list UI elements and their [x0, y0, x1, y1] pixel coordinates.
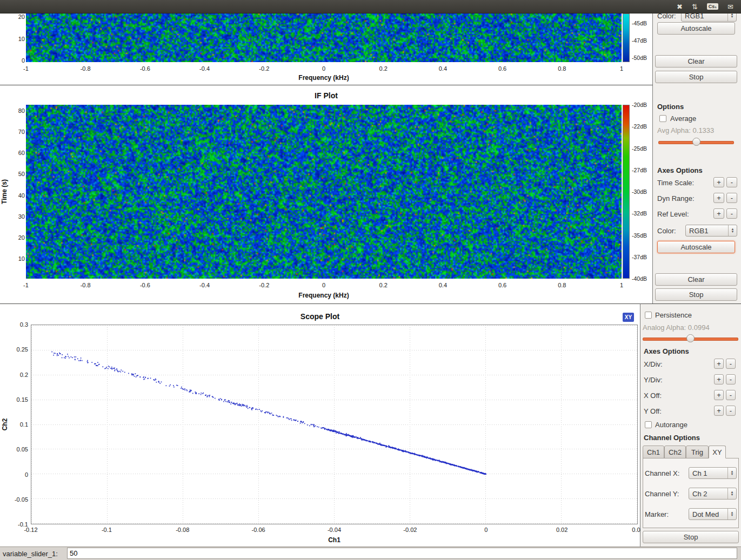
channel-tab-ch2[interactable]: Ch2 — [664, 446, 686, 458]
persistence-label: Persistence — [655, 311, 692, 319]
spectrum-axes-minus-button[interactable]: - — [726, 193, 737, 203]
average-checkbox[interactable] — [659, 115, 666, 122]
x-tick-label: 1 — [620, 65, 623, 72]
marker-value: Dot Med — [689, 510, 727, 518]
xy-mode-badge[interactable]: XY — [623, 313, 634, 322]
spin-down-icon[interactable]: ▼ — [731, 514, 734, 517]
scope-axes-plus-button[interactable]: + — [714, 406, 724, 416]
x-tick-label: -0.2 — [259, 282, 269, 288]
autoscale-button[interactable]: Autoscale — [657, 241, 735, 253]
color-combobox-clipped[interactable]: RGB1 ▲ ▼ — [681, 14, 737, 22]
variable-slider-input[interactable] — [67, 548, 737, 559]
autorange-checkbox[interactable] — [645, 421, 652, 428]
if-y-axis-label: Time (s) — [0, 105, 9, 279]
spectrum-axes-minus-button[interactable]: - — [726, 208, 737, 219]
scope-axes-plus-button[interactable]: + — [714, 374, 724, 384]
y-tick-label: 50 — [18, 171, 25, 177]
x-tick-label: -0.2 — [259, 65, 269, 72]
scope-y-axis: 0.30.250.20.150.10.050-0.05-0.1 — [11, 325, 28, 524]
spin-down-icon[interactable]: ▼ — [731, 231, 735, 233]
channel-y-combobox[interactable]: Ch 2 ▲ ▼ — [689, 488, 737, 500]
if-colorbar-labels: -20dB-22dB-25dB-27dB-30dB-32dB-35dB-37dB… — [632, 105, 651, 279]
combobox-arrows[interactable]: ▲ ▼ — [727, 488, 736, 499]
close-network-icon[interactable]: ✖ — [677, 3, 683, 10]
combobox-arrows[interactable]: ▲ ▼ — [727, 14, 736, 21]
stop-button-scope[interactable]: Stop — [643, 531, 739, 543]
marker-label: Marker: — [645, 510, 669, 518]
y-tick-label: -32dB — [632, 210, 647, 217]
scope-y-axis-label-text: Ch2 — [1, 419, 9, 431]
slider-handle[interactable] — [692, 138, 700, 146]
stop-button-top[interactable]: Stop — [655, 71, 737, 83]
x-tick-label: -0.6 — [140, 65, 150, 72]
clear-button-top[interactable]: Clear — [655, 55, 737, 68]
spin-down-icon[interactable]: ▼ — [731, 16, 734, 18]
scope-axes-plus-button[interactable]: + — [714, 359, 724, 369]
channel-options-title: Channel Options — [644, 434, 700, 442]
y-tick-label: 80 — [18, 107, 25, 114]
y-tick-label: -40dB — [632, 275, 647, 282]
x-tick-label: -0.08 — [176, 527, 189, 533]
analog-alpha-slider[interactable] — [643, 334, 738, 342]
if-waterfall-canvas[interactable] — [26, 105, 622, 279]
combobox-arrows[interactable]: ▲ ▼ — [727, 509, 736, 519]
scope-axes-minus-button[interactable]: - — [726, 390, 736, 400]
y-tick-label: 20 — [18, 234, 25, 241]
stop-button[interactable]: Stop — [655, 288, 737, 301]
y-tick-label: 0.1 — [20, 421, 28, 428]
axes-options-title: Axes Options — [657, 166, 703, 174]
if-y-axis-label-text: Time (s) — [1, 179, 8, 204]
color-combobox[interactable]: RGB1 ▲ ▼ — [685, 225, 737, 237]
spin-down-icon[interactable]: ▼ — [731, 494, 734, 496]
y-tick-label: -25dB — [632, 145, 647, 152]
spectrum-axes-plus-button[interactable]: + — [713, 208, 724, 219]
x-tick-label: 0.8 — [558, 65, 566, 72]
spectrum-axes-minus-button[interactable]: - — [726, 177, 737, 187]
x-tick-label: 0.02 — [556, 527, 568, 533]
x-tick-label: 0.8 — [558, 282, 566, 288]
y-tick-label: 60 — [18, 150, 25, 156]
slider-handle[interactable] — [686, 334, 695, 342]
scope-control-panel: Persistence Analog Alpha: 0.0994 Axes Op… — [640, 303, 741, 546]
keyboard-layout-indicator[interactable]: Cs₁ — [707, 3, 718, 10]
spectrum-axes-plus-button[interactable]: + — [713, 177, 724, 187]
x-tick-label: -0.4 — [199, 282, 210, 288]
updown-arrows-icon[interactable]: ⇅ — [692, 3, 698, 10]
channel-tab-xy[interactable]: XY — [709, 446, 726, 458]
spectrum-axes-plus-button[interactable]: + — [713, 193, 724, 203]
scope-axes-row-label: Y Off: — [644, 407, 662, 415]
scope-axes-minus-button[interactable]: - — [726, 374, 736, 384]
x-tick-label: 0.2 — [379, 282, 388, 288]
channel-x-label: Channel X: — [645, 469, 679, 477]
channel-tab-ch1[interactable]: Ch1 — [643, 446, 664, 458]
combobox-arrows[interactable]: ▲ ▼ — [727, 468, 736, 478]
avg-alpha-slider[interactable] — [658, 138, 734, 146]
x-tick-label: 0.4 — [439, 282, 447, 288]
autoscale-button-top[interactable]: Autoscale — [657, 22, 735, 35]
combobox-arrows[interactable]: ▲ ▼ — [728, 225, 737, 236]
spin-down-icon[interactable]: ▼ — [731, 473, 734, 476]
y-tick-label: 10 — [18, 36, 25, 42]
scope-plot-frame — [31, 325, 638, 524]
channel-y-label: Channel Y: — [645, 490, 679, 498]
scope-axes-plus-button[interactable]: + — [714, 390, 724, 400]
persistence-checkbox[interactable] — [645, 312, 652, 319]
channel-tab-trig[interactable]: Trig — [686, 446, 709, 458]
scope-xy-canvas[interactable] — [31, 325, 637, 524]
spectrum-axes-row-label: Ref Level: — [657, 210, 689, 218]
axes-options-title: Axes Options — [644, 347, 689, 355]
x-tick-label: -0.12 — [24, 527, 37, 533]
top-waterfall-canvas[interactable] — [26, 14, 622, 62]
analog-alpha-label: Analog Alpha: 0.0994 — [643, 323, 710, 332]
y-tick-label: 0.25 — [17, 346, 28, 353]
marker-combobox[interactable]: Dot Med ▲ ▼ — [689, 508, 737, 520]
clear-button[interactable]: Clear — [655, 273, 737, 286]
scope-axes-minus-button[interactable]: - — [726, 359, 736, 369]
y-tick-label: -20dB — [632, 102, 647, 108]
scope-axes-minus-button[interactable]: - — [726, 406, 736, 416]
channel-x-combobox[interactable]: Ch 1 ▲ ▼ — [689, 467, 737, 479]
x-tick-label: -1 — [23, 282, 29, 288]
top-waterfall-y-axis: 20100 — [10, 14, 25, 62]
options-section-title: Options — [657, 103, 684, 111]
mail-indicator-icon[interactable]: ✉ — [727, 3, 733, 10]
